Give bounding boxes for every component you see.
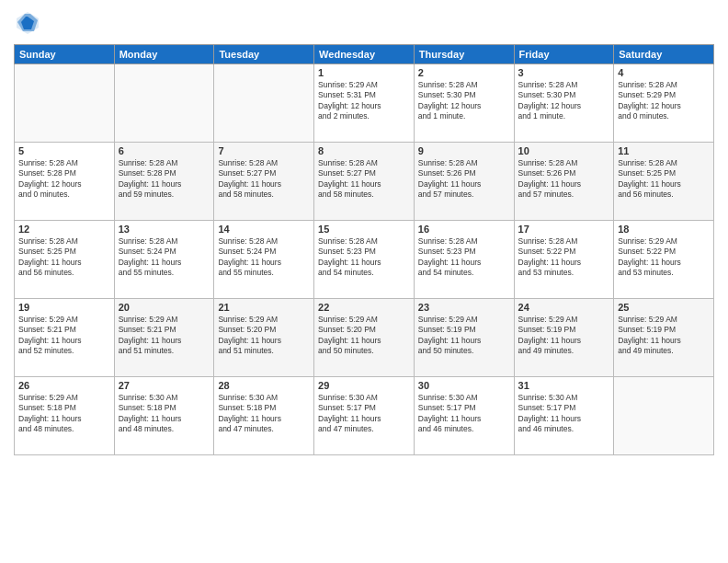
day-info: Sunrise: 5:29 AM Sunset: 5:18 PM Dayligh…	[18, 393, 110, 435]
day-info: Sunrise: 5:28 AM Sunset: 5:26 PM Dayligh…	[518, 158, 610, 201]
day-number: 24	[518, 302, 610, 313]
day-number: 5	[18, 145, 110, 156]
calendar-cell: 7Sunrise: 5:28 AM Sunset: 5:27 PM Daylig…	[214, 143, 314, 221]
day-info: Sunrise: 5:28 AM Sunset: 5:28 PM Dayligh…	[119, 158, 210, 201]
day-number: 14	[218, 224, 310, 235]
calendar-cell: 19Sunrise: 5:29 AM Sunset: 5:21 PM Dayli…	[15, 299, 115, 377]
calendar-cell: 17Sunrise: 5:28 AM Sunset: 5:22 PM Dayli…	[514, 221, 614, 299]
calendar-cell: 5Sunrise: 5:28 AM Sunset: 5:28 PM Daylig…	[15, 143, 115, 221]
logo-icon	[14, 9, 41, 37]
calendar-cell: 9Sunrise: 5:28 AM Sunset: 5:26 PM Daylig…	[414, 143, 514, 221]
day-info: Sunrise: 5:30 AM Sunset: 5:17 PM Dayligh…	[318, 393, 410, 435]
calendar-cell: 30Sunrise: 5:30 AM Sunset: 5:17 PM Dayli…	[414, 377, 514, 455]
calendar-cell	[214, 64, 314, 143]
day-number: 20	[119, 302, 210, 313]
calendar-week-row: 12Sunrise: 5:28 AM Sunset: 5:25 PM Dayli…	[15, 221, 714, 299]
day-number: 4	[618, 67, 710, 78]
weekday-header: Wednesday	[314, 45, 415, 64]
day-info: Sunrise: 5:29 AM Sunset: 5:31 PM Dayligh…	[318, 80, 410, 122]
day-number: 6	[119, 145, 210, 156]
day-info: Sunrise: 5:28 AM Sunset: 5:27 PM Dayligh…	[318, 158, 410, 201]
calendar-cell: 28Sunrise: 5:30 AM Sunset: 5:18 PM Dayli…	[214, 377, 314, 455]
calendar-cell: 27Sunrise: 5:30 AM Sunset: 5:18 PM Dayli…	[114, 377, 214, 455]
calendar-cell: 12Sunrise: 5:28 AM Sunset: 5:25 PM Dayli…	[15, 221, 115, 299]
day-number: 30	[418, 380, 510, 391]
day-info: Sunrise: 5:30 AM Sunset: 5:17 PM Dayligh…	[418, 393, 510, 435]
calendar-cell: 10Sunrise: 5:28 AM Sunset: 5:26 PM Dayli…	[514, 143, 614, 221]
day-number: 3	[518, 67, 610, 78]
day-number: 12	[18, 224, 110, 235]
weekday-header: Sunday	[15, 45, 115, 64]
calendar-cell	[15, 64, 115, 143]
calendar-cell: 1Sunrise: 5:29 AM Sunset: 5:31 PM Daylig…	[314, 64, 415, 143]
day-info: Sunrise: 5:28 AM Sunset: 5:30 PM Dayligh…	[418, 80, 510, 122]
day-info: Sunrise: 5:30 AM Sunset: 5:18 PM Dayligh…	[119, 393, 210, 435]
calendar-cell: 18Sunrise: 5:29 AM Sunset: 5:22 PM Dayli…	[614, 221, 714, 299]
day-info: Sunrise: 5:28 AM Sunset: 5:22 PM Dayligh…	[518, 236, 610, 279]
day-number: 15	[318, 224, 410, 235]
day-info: Sunrise: 5:28 AM Sunset: 5:30 PM Dayligh…	[518, 80, 610, 122]
day-number: 29	[318, 380, 410, 391]
day-number: 7	[218, 145, 310, 156]
day-info: Sunrise: 5:29 AM Sunset: 5:19 PM Dayligh…	[518, 315, 610, 357]
day-info: Sunrise: 5:28 AM Sunset: 5:23 PM Dayligh…	[318, 236, 410, 279]
calendar-cell: 15Sunrise: 5:28 AM Sunset: 5:23 PM Dayli…	[314, 221, 415, 299]
day-info: Sunrise: 5:28 AM Sunset: 5:24 PM Dayligh…	[119, 236, 210, 279]
day-info: Sunrise: 5:28 AM Sunset: 5:26 PM Dayligh…	[418, 158, 510, 201]
calendar-cell: 25Sunrise: 5:29 AM Sunset: 5:19 PM Dayli…	[614, 299, 714, 377]
day-number: 22	[318, 302, 410, 313]
calendar-cell: 22Sunrise: 5:29 AM Sunset: 5:20 PM Dayli…	[314, 299, 415, 377]
day-info: Sunrise: 5:29 AM Sunset: 5:22 PM Dayligh…	[618, 236, 710, 279]
header-row: SundayMondayTuesdayWednesdayThursdayFrid…	[15, 45, 714, 64]
day-number: 2	[418, 67, 510, 78]
calendar-cell: 3Sunrise: 5:28 AM Sunset: 5:30 PM Daylig…	[514, 64, 614, 143]
calendar-week-row: 19Sunrise: 5:29 AM Sunset: 5:21 PM Dayli…	[15, 299, 714, 377]
day-number: 26	[18, 380, 110, 391]
day-info: Sunrise: 5:30 AM Sunset: 5:18 PM Dayligh…	[218, 393, 310, 435]
day-number: 9	[418, 145, 510, 156]
day-info: Sunrise: 5:28 AM Sunset: 5:28 PM Dayligh…	[18, 158, 110, 201]
calendar-cell: 31Sunrise: 5:30 AM Sunset: 5:17 PM Dayli…	[514, 377, 614, 455]
day-info: Sunrise: 5:28 AM Sunset: 5:27 PM Dayligh…	[218, 158, 310, 201]
day-number: 23	[418, 302, 510, 313]
calendar-table: SundayMondayTuesdayWednesdayThursdayFrid…	[14, 44, 714, 455]
weekday-header: Monday	[114, 45, 214, 64]
day-number: 18	[618, 224, 710, 235]
day-info: Sunrise: 5:28 AM Sunset: 5:24 PM Dayligh…	[218, 236, 310, 279]
weekday-header: Saturday	[614, 45, 714, 64]
calendar-cell	[114, 64, 214, 143]
calendar-cell: 26Sunrise: 5:29 AM Sunset: 5:18 PM Dayli…	[15, 377, 115, 455]
day-number: 21	[218, 302, 310, 313]
day-number: 11	[618, 145, 710, 156]
day-info: Sunrise: 5:29 AM Sunset: 5:20 PM Dayligh…	[318, 315, 410, 357]
day-number: 19	[18, 302, 110, 313]
weekday-header: Tuesday	[214, 45, 314, 64]
calendar-cell: 6Sunrise: 5:28 AM Sunset: 5:28 PM Daylig…	[114, 143, 214, 221]
calendar-cell: 20Sunrise: 5:29 AM Sunset: 5:21 PM Dayli…	[114, 299, 214, 377]
day-number: 25	[618, 302, 710, 313]
calendar-cell: 23Sunrise: 5:29 AM Sunset: 5:19 PM Dayli…	[414, 299, 514, 377]
day-info: Sunrise: 5:29 AM Sunset: 5:19 PM Dayligh…	[618, 315, 710, 357]
calendar-cell: 11Sunrise: 5:28 AM Sunset: 5:25 PM Dayli…	[614, 143, 714, 221]
day-number: 27	[119, 380, 210, 391]
day-number: 16	[418, 224, 510, 235]
day-number: 10	[518, 145, 610, 156]
calendar-week-row: 1Sunrise: 5:29 AM Sunset: 5:31 PM Daylig…	[15, 64, 714, 143]
page: SundayMondayTuesdayWednesdayThursdayFrid…	[0, 0, 728, 563]
day-number: 17	[518, 224, 610, 235]
day-number: 31	[518, 380, 610, 391]
weekday-header: Thursday	[414, 45, 514, 64]
weekday-header: Friday	[514, 45, 614, 64]
day-info: Sunrise: 5:28 AM Sunset: 5:25 PM Dayligh…	[618, 158, 710, 201]
day-info: Sunrise: 5:28 AM Sunset: 5:23 PM Dayligh…	[418, 236, 510, 279]
day-info: Sunrise: 5:30 AM Sunset: 5:17 PM Dayligh…	[518, 393, 610, 435]
calendar-cell: 8Sunrise: 5:28 AM Sunset: 5:27 PM Daylig…	[314, 143, 415, 221]
calendar-cell: 24Sunrise: 5:29 AM Sunset: 5:19 PM Dayli…	[514, 299, 614, 377]
day-info: Sunrise: 5:29 AM Sunset: 5:21 PM Dayligh…	[119, 315, 210, 357]
day-number: 8	[318, 145, 410, 156]
day-info: Sunrise: 5:29 AM Sunset: 5:20 PM Dayligh…	[218, 315, 310, 357]
calendar-cell	[614, 377, 714, 455]
calendar-cell: 21Sunrise: 5:29 AM Sunset: 5:20 PM Dayli…	[214, 299, 314, 377]
calendar-cell: 13Sunrise: 5:28 AM Sunset: 5:24 PM Dayli…	[114, 221, 214, 299]
day-info: Sunrise: 5:28 AM Sunset: 5:25 PM Dayligh…	[18, 236, 110, 279]
